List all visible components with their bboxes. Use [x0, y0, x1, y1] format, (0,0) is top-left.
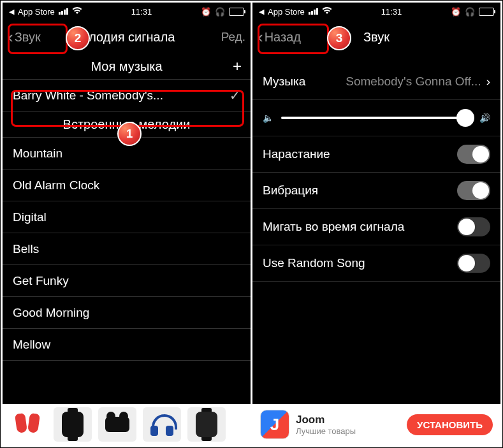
back-label: Назад	[265, 30, 301, 45]
volume-high-icon: 🔊	[479, 113, 490, 123]
selected-track-label: Barry White - Somebody's...	[13, 89, 163, 103]
right-phone: ◀ App Store 11:31 ⏰ 🎧 ‹ Назад Звук Музык…	[252, 3, 500, 445]
status-time: 11:31	[131, 7, 152, 17]
music-label: Музыка	[263, 75, 305, 89]
stage: ◀ App Store 11:31 ⏰ 🎧 ‹ Звук ...лодия си…	[0, 0, 503, 448]
step-badge-1: 1	[117, 122, 142, 146]
volume-low-icon: 🔈	[263, 113, 273, 123]
random-label: Use Random Song	[263, 256, 365, 270]
random-row: Use Random Song	[252, 245, 500, 282]
edit-button[interactable]: Ред.	[221, 30, 245, 44]
list-item-label: Good Morning	[13, 306, 89, 320]
headphones-icon: 🎧	[215, 7, 225, 17]
list-item-label: Bells	[13, 242, 39, 256]
back-to-app-icon[interactable]: ◀	[259, 8, 264, 16]
list-item-label: Mountain	[13, 147, 62, 161]
chevron-left-icon: ‹	[8, 29, 13, 45]
list-item[interactable]: Mellow	[3, 329, 251, 361]
install-button[interactable]: УСТАНОВИТЬ	[407, 414, 493, 435]
list-item-label: Old Alarm Clock	[13, 178, 99, 192]
joom-logo-icon: J	[260, 410, 289, 439]
alarm-icon: ⏰	[201, 7, 211, 17]
back-to-app-label[interactable]: App Store	[18, 7, 55, 17]
status-time: 11:31	[381, 7, 402, 17]
music-value: Somebody's Gonna Off...	[305, 75, 486, 89]
nav-bar: ‹ Назад Звук	[252, 20, 500, 54]
add-track-button[interactable]: +	[233, 57, 242, 75]
ad-product[interactable]	[54, 407, 92, 442]
flash-label: Мигать во время сигнала	[263, 220, 404, 234]
headphones-icon: 🎧	[465, 7, 475, 17]
fade-in-label: Нарастание	[263, 147, 330, 161]
random-toggle[interactable]	[457, 254, 490, 273]
chevron-right-icon: ›	[486, 75, 490, 89]
checkmark-icon: ✓	[230, 88, 240, 103]
cell-signal-icon	[59, 8, 68, 15]
ad-product[interactable]	[98, 407, 136, 442]
list-item-label: Get Funky	[13, 274, 69, 288]
battery-icon	[229, 8, 244, 16]
vibration-row: Вибрация	[252, 173, 500, 209]
list-item[interactable]: Good Morning	[3, 297, 251, 329]
ad-product[interactable]	[9, 407, 47, 442]
back-to-app-icon[interactable]: ◀	[9, 8, 14, 16]
alarm-icon: ⏰	[451, 7, 461, 17]
list-item-label: Digital	[13, 210, 47, 224]
status-bar: ◀ App Store 11:31 ⏰ 🎧	[3, 3, 251, 20]
ad-product[interactable]	[143, 407, 181, 442]
back-to-app-label[interactable]: App Store	[268, 7, 305, 17]
wifi-icon	[322, 7, 332, 17]
selected-track-row[interactable]: Barry White - Somebody's... ✓	[3, 80, 251, 112]
cell-signal-icon	[309, 8, 318, 15]
fade-in-row: Нарастание	[252, 136, 500, 173]
list-item[interactable]: Bells	[3, 233, 251, 265]
list-item[interactable]: Old Alarm Clock	[3, 170, 251, 201]
back-label: Звук	[15, 30, 41, 45]
flash-row: Мигать во время сигнала	[252, 209, 500, 245]
step-badge-3: 3	[327, 26, 351, 50]
flash-toggle[interactable]	[457, 217, 490, 236]
ad-title: Joom	[296, 414, 356, 426]
step-badge-2: 2	[66, 26, 90, 50]
fade-in-toggle[interactable]	[457, 145, 490, 164]
ad-subtitle: Лучшие товары	[296, 426, 356, 436]
volume-thumb[interactable]	[456, 109, 474, 127]
status-bar: ◀ App Store 11:31 ⏰ 🎧	[252, 3, 500, 20]
list-item-label: Mellow	[13, 338, 50, 352]
back-button[interactable]: ‹ Назад	[258, 29, 301, 45]
volume-slider[interactable]	[281, 117, 472, 119]
chevron-left-icon: ‹	[258, 29, 263, 45]
list-item[interactable]: Digital	[3, 201, 251, 233]
back-button[interactable]: ‹ Звук	[8, 29, 41, 45]
list-item[interactable]: Get Funky	[3, 265, 251, 297]
my-music-header: Моя музыка +	[3, 54, 251, 80]
vibration-label: Вибрация	[263, 184, 318, 198]
wifi-icon	[72, 7, 82, 17]
left-phone: ◀ App Store 11:31 ⏰ 🎧 ‹ Звук ...лодия си…	[3, 3, 251, 445]
ad-banner[interactable]	[3, 404, 251, 445]
battery-icon	[479, 8, 494, 16]
vibration-toggle[interactable]	[457, 181, 490, 200]
ad-product[interactable]	[187, 407, 226, 442]
music-row[interactable]: Музыка Somebody's Gonna Off... ›	[252, 64, 500, 100]
nav-bar: ‹ Звук ...лодия сигнала Ред.	[3, 20, 251, 54]
ad-banner[interactable]: J Joom Лучшие товары УСТАНОВИТЬ	[252, 404, 500, 445]
my-music-label: Моя музыка	[91, 59, 162, 74]
volume-row[interactable]: 🔈 🔊	[252, 100, 500, 136]
